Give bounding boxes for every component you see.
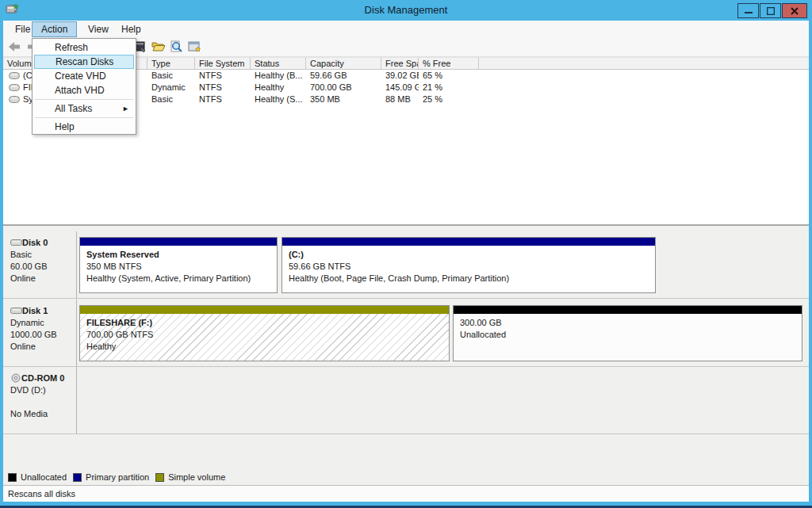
partition-system-reserved[interactable]: System Reserved 350 MB NTFS Healthy (Sys… bbox=[79, 237, 278, 293]
column-status[interactable]: Status bbox=[251, 58, 306, 70]
menu-help[interactable]: Help bbox=[113, 21, 150, 37]
disk-status: Online bbox=[10, 273, 75, 285]
cdrom-disc-icon bbox=[10, 373, 21, 383]
partition-color-bar bbox=[80, 238, 277, 246]
disk1-row: Disk 1 Dynamic 1000.00 GB Online FILESHA… bbox=[3, 300, 809, 367]
partition-label: (C:) bbox=[289, 249, 655, 261]
window-title: Disk Management bbox=[0, 4, 812, 16]
minimize-button[interactable] bbox=[737, 3, 759, 18]
cdrom-media-status: No Media bbox=[10, 408, 75, 420]
disk0-row: Disk 0 Basic 60.00 GB Online System Rese… bbox=[3, 231, 809, 299]
partition-color-bar bbox=[454, 306, 802, 314]
disk0-label-panel[interactable]: Disk 0 Basic 60.00 GB Online bbox=[6, 231, 77, 299]
disk-type: Dynamic bbox=[10, 317, 75, 329]
open-folder-icon[interactable] bbox=[151, 40, 166, 55]
disk-type: Basic bbox=[10, 249, 75, 261]
partition-size: 700.00 GB NTFS bbox=[86, 329, 449, 341]
partition-status: Healthy (Boot, Page File, Crash Dump, Pr… bbox=[289, 273, 655, 285]
volume-icon bbox=[9, 82, 20, 94]
cdrom-drive-letter: DVD (D:) bbox=[10, 384, 75, 396]
partition-fileshare[interactable]: FILESHARE (F:) 700.00 GB NTFS Healthy bbox=[79, 305, 450, 361]
unallocated-label: Unallocated bbox=[460, 329, 802, 341]
disk-size: 1000.00 GB bbox=[10, 329, 75, 341]
close-button[interactable] bbox=[782, 3, 807, 18]
simple-volume-swatch bbox=[155, 473, 164, 482]
status-cell: Healthy (B... bbox=[251, 70, 306, 82]
cdrom0-row: CD-ROM 0 DVD (D:) No Media bbox=[3, 367, 809, 434]
capacity-cell: 59.66 GB bbox=[306, 70, 381, 82]
unallocated-size: 300.00 GB bbox=[460, 317, 802, 329]
disk-drive-icon bbox=[10, 306, 22, 315]
statusbar: Rescans all disks bbox=[3, 485, 809, 502]
partition-size: 350 MB NTFS bbox=[86, 261, 277, 273]
partition-status: Healthy (System, Active, Primary Partiti… bbox=[86, 273, 277, 285]
menu-separator bbox=[35, 99, 133, 100]
partition-color-bar bbox=[282, 238, 655, 246]
menu-separator bbox=[35, 117, 133, 118]
primary-partition-swatch bbox=[73, 473, 82, 482]
free-cell: 88 MB bbox=[381, 94, 419, 105]
menu-item-create-vhd[interactable]: Create VHD bbox=[33, 69, 136, 83]
partition-color-bar bbox=[80, 306, 449, 314]
pct-cell: 25 % bbox=[419, 94, 479, 105]
menu-item-rescan-disks[interactable]: Rescan Disks bbox=[34, 55, 134, 69]
type-cell: Dynamic bbox=[147, 82, 195, 94]
disk-drive-icon bbox=[10, 238, 22, 247]
legend-unallocated: Unallocated bbox=[8, 472, 67, 482]
partition-c-drive[interactable]: (C:) 59.66 GB NTFS Healthy (Boot, Page F… bbox=[282, 237, 656, 293]
menu-view[interactable]: View bbox=[79, 21, 117, 37]
disk1-label-panel[interactable]: Disk 1 Dynamic 1000.00 GB Online bbox=[6, 300, 77, 367]
menu-item-refresh[interactable]: Refresh bbox=[33, 40, 136, 55]
column-capacity[interactable]: Capacity bbox=[306, 58, 381, 70]
action-dropdown-menu: Refresh Rescan Disks Create VHD Attach V… bbox=[32, 38, 136, 135]
unallocated-space[interactable]: 300.00 GB Unallocated bbox=[453, 305, 802, 361]
legend: Unallocated Primary partition Simple vol… bbox=[8, 471, 225, 483]
volume-icon bbox=[9, 94, 20, 105]
disk-status: Online bbox=[10, 341, 75, 353]
zoom-magnifier-icon[interactable] bbox=[170, 40, 184, 55]
free-cell: 39.02 GB bbox=[381, 70, 419, 82]
free-cell: 145.09 GB bbox=[381, 82, 419, 94]
fs-cell: NTFS bbox=[195, 82, 251, 94]
column-type[interactable]: Type bbox=[147, 58, 195, 70]
menu-item-attach-vhd[interactable]: Attach VHD bbox=[33, 83, 136, 97]
type-cell: Basic bbox=[147, 94, 195, 105]
fs-cell: NTFS bbox=[195, 94, 251, 105]
partition-size: 59.66 GB NTFS bbox=[289, 261, 655, 273]
pct-cell: 65 % bbox=[419, 70, 479, 82]
disk-size: 60.00 GB bbox=[10, 261, 75, 273]
capacity-cell: 350 MB bbox=[306, 94, 381, 105]
snapin-window-icon[interactable] bbox=[188, 40, 202, 55]
column-file-system[interactable]: File System bbox=[195, 58, 251, 70]
menu-item-help[interactable]: Help bbox=[33, 120, 136, 134]
column-free-space[interactable]: Free Spa... bbox=[381, 58, 419, 70]
status-cell: Healthy (S... bbox=[251, 94, 306, 105]
menu-action[interactable]: Action bbox=[32, 21, 77, 37]
unallocated-swatch bbox=[8, 473, 17, 482]
disk-management-window: Disk Management File Action View Help bbox=[0, 0, 812, 508]
menubar: File Action View Help bbox=[3, 21, 809, 38]
cdrom-spacer bbox=[10, 396, 75, 408]
maximize-button[interactable] bbox=[760, 3, 781, 18]
pct-cell: 21 % bbox=[419, 82, 479, 94]
submenu-arrow-icon: ► bbox=[122, 101, 129, 116]
legend-primary-partition: Primary partition bbox=[73, 472, 149, 482]
fs-cell: NTFS bbox=[195, 70, 251, 82]
capacity-cell: 700.00 GB bbox=[306, 82, 381, 94]
partition-status: Healthy bbox=[86, 341, 449, 353]
disk-graphical-pane: Disk 0 Basic 60.00 GB Online System Rese… bbox=[3, 226, 809, 485]
partition-label: System Reserved bbox=[86, 249, 277, 261]
window-content: File Action View Help bbox=[3, 21, 809, 502]
menu-item-all-tasks[interactable]: All Tasks► bbox=[33, 101, 136, 116]
back-arrow-icon[interactable] bbox=[8, 40, 22, 55]
volume-icon bbox=[9, 71, 20, 82]
titlebar: Disk Management bbox=[0, 0, 812, 21]
type-cell: Basic bbox=[147, 70, 195, 82]
cdrom0-label-panel[interactable]: CD-ROM 0 DVD (D:) No Media bbox=[6, 367, 77, 434]
partition-label: FILESHARE (F:) bbox=[86, 317, 449, 329]
status-cell: Healthy bbox=[251, 82, 306, 94]
column-pct-free[interactable]: % Free bbox=[419, 58, 479, 70]
legend-simple-volume: Simple volume bbox=[155, 472, 225, 482]
